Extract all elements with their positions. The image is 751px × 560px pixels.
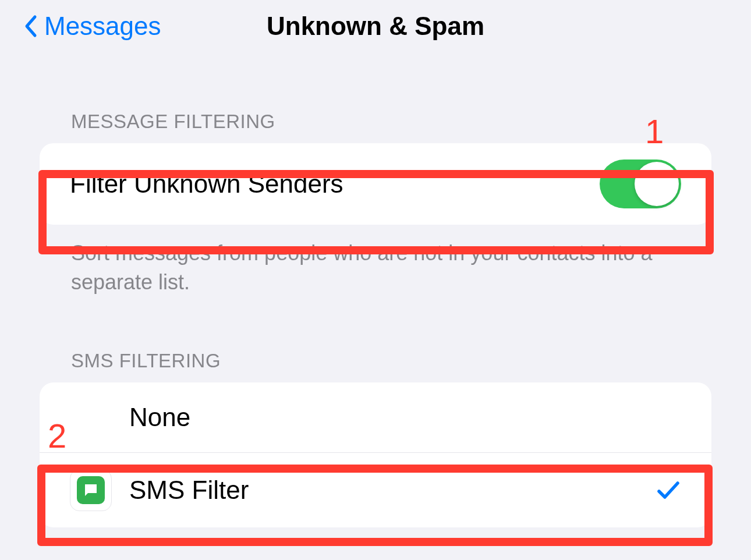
filter-unknown-senders-label: Filter Unknown Senders [70,169,600,199]
filter-unknown-senders-toggle[interactable] [600,160,681,208]
back-label: Messages [44,12,161,41]
navigation-bar: Messages Unknown & Spam [0,0,751,52]
back-button[interactable]: Messages [23,12,161,41]
filter-unknown-senders-row[interactable]: Filter Unknown Senders [40,143,711,225]
sms-filter-none-label: None [129,403,681,432]
annotation-number-1: 1 [645,112,664,151]
sms-filtering-group: None SMS Filter [40,382,711,527]
sms-filter-option-none[interactable]: None [40,382,711,452]
content-area: MESSAGE FILTERING Filter Unknown Senders… [0,111,751,527]
sms-filter-option-smsfilter[interactable]: SMS Filter [40,452,711,527]
sms-filter-label: SMS Filter [129,476,656,505]
message-filtering-group: Filter Unknown Senders [40,143,711,225]
message-filtering-footer: Sort messages from people who are not in… [40,225,711,297]
message-filtering-header: MESSAGE FILTERING [40,111,711,133]
toggle-knob [635,162,679,206]
checkmark-icon [656,479,681,502]
sms-filtering-header: SMS FILTERING [40,350,711,372]
annotation-number-2: 2 [48,416,66,455]
page-title: Unknown & Spam [267,12,484,41]
message-bubble-icon [77,476,105,504]
sms-filter-app-icon [70,469,112,511]
chevron-left-icon [23,15,37,38]
